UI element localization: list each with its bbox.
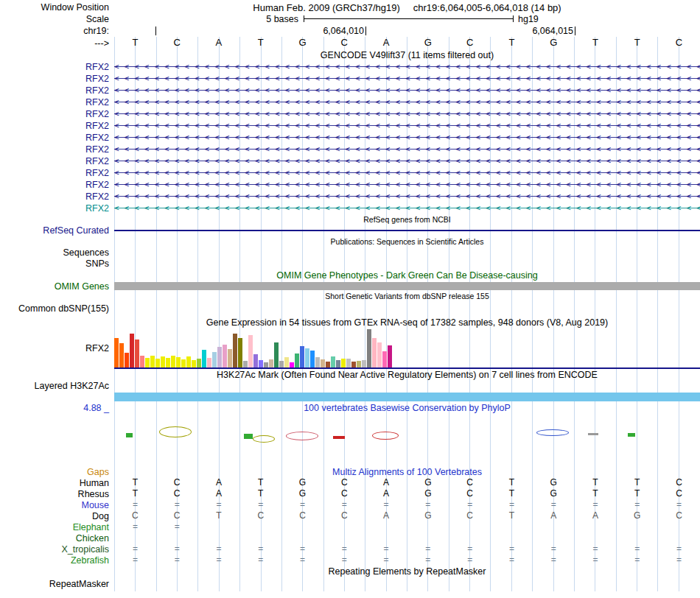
- repeatmasker-track-title[interactable]: Repeating Elements by RepeatMasker: [328, 566, 486, 577]
- gene-model[interactable]: <<<<<<<<<<<<<<<<<<<<<<<<<<<<<<<<<<<<<<<<…: [114, 96, 700, 108]
- sequences-track-label[interactable]: Sequences: [0, 247, 114, 258]
- gtex-tissue-bar: [192, 360, 196, 367]
- gene-model[interactable]: <<<<<<<<<<<<<<<<<<<<<<<<<<<<<<<<<<<<<<<<…: [114, 144, 700, 155]
- gene-model[interactable]: <<<<<<<<<<<<<<<<<<<<<<<<<<<<<<<<<<<<<<<<…: [114, 120, 700, 132]
- h3k27ac-signal-row: [0, 392, 700, 402]
- gene-model[interactable]: <<<<<<<<<<<<<<<<<<<<<<<<<<<<<<<<<<<<<<<<…: [114, 61, 700, 73]
- gtex-chart-row: RFX2: [0, 328, 700, 369]
- gtex-tissue-bar: [171, 356, 175, 367]
- alignment-cell: =: [198, 555, 240, 566]
- gene-label[interactable]: RFX2: [0, 109, 114, 119]
- gene-label[interactable]: RFX2: [0, 144, 114, 155]
- gene-row: RFX2<<<<<<<<<<<<<<<<<<<<<<<<<<<<<<<<<<<<…: [0, 155, 700, 167]
- gene-label[interactable]: RFX2: [0, 168, 114, 178]
- snps-track-label[interactable]: SNPs: [0, 258, 114, 269]
- alignment-cell: [658, 521, 700, 532]
- refseq-curated-label[interactable]: RefSeq Curated: [0, 225, 114, 236]
- assembly-name: hg19: [518, 14, 539, 24]
- alignment-cell: =: [323, 499, 365, 510]
- gtex-expression-chart[interactable]: [114, 328, 700, 369]
- gene-model[interactable]: <<<<<<<<<<<<<<<<<<<<<<<<<<<<<<<<<<<<<<<<…: [114, 203, 700, 214]
- reference-sequence: TCATGCAGCTGTTC: [114, 37, 700, 48]
- h3k27ac-track-label[interactable]: Layered H3K27Ac: [0, 381, 114, 391]
- gene-label[interactable]: RFX2: [0, 156, 114, 166]
- dbsnp-track-title[interactable]: Short Genetic Variants from dbSNP releas…: [325, 292, 489, 300]
- refseq-title-row: RefSeq genes from NCBI: [0, 214, 700, 225]
- gtex-tissue-bar: [114, 338, 119, 367]
- gtex-tissue-bar: [264, 362, 268, 367]
- alignment-cell: =: [239, 499, 281, 510]
- gtex-gene-label[interactable]: RFX2: [0, 343, 114, 353]
- alignment-cell: [533, 521, 575, 532]
- h3k27ac-label-row: Layered H3K27Ac: [0, 380, 700, 392]
- gene-label[interactable]: RFX2: [0, 85, 114, 96]
- gene-label[interactable]: RFX2: [0, 203, 114, 214]
- refseq-track-title[interactable]: RefSeq genes from NCBI: [363, 215, 450, 224]
- phylop-track-title[interactable]: 100 vertebrates Basewise Conservation by…: [304, 403, 511, 413]
- reverse-strand-arrows: <<<<<<<<<<<<<<<<<<<<<<<<<<<<<<<<<<<<<<<<…: [114, 203, 700, 214]
- publications-track-title[interactable]: Publications: Sequences in Scientific Ar…: [331, 237, 484, 246]
- alignment-cell: C: [323, 477, 365, 488]
- gtex-tissue-bar: [125, 353, 129, 367]
- gtex-tissue-bar: [388, 345, 392, 367]
- gene-label[interactable]: RFX2: [0, 121, 114, 131]
- alignment-cell: =: [156, 555, 198, 566]
- gene-label[interactable]: RFX2: [0, 180, 114, 190]
- species-label[interactable]: Mouse: [0, 500, 114, 510]
- gencode-track-title[interactable]: GENCODE V49lift37 (11 items filtered out…: [321, 50, 494, 60]
- omim-genes-bar[interactable]: [114, 282, 700, 290]
- phylop-conservation-plot[interactable]: [114, 413, 700, 450]
- gene-model[interactable]: <<<<<<<<<<<<<<<<<<<<<<<<<<<<<<<<<<<<<<<<…: [114, 191, 700, 203]
- gene-model[interactable]: <<<<<<<<<<<<<<<<<<<<<<<<<<<<<<<<<<<<<<<<…: [114, 108, 700, 120]
- gtex-tissue-bar: [362, 360, 366, 367]
- alignment-cell: T: [114, 488, 156, 499]
- alignment-cell: C: [323, 510, 365, 521]
- multiz-track-title[interactable]: Multiz Alignments of 100 Vertebrates: [332, 467, 482, 477]
- h3k27ac-title-row: H3K27Ac Mark (Often Found Near Active Re…: [0, 369, 700, 380]
- refseq-curated-item[interactable]: [114, 230, 700, 231]
- h3k27ac-signal-bar[interactable]: [114, 393, 700, 401]
- phylop-mark: [159, 426, 192, 437]
- alignment-cell: T: [575, 477, 617, 488]
- gaps-track-label[interactable]: Gaps: [0, 467, 114, 477]
- omim-track-title[interactable]: OMIM Gene Phenotypes - Dark Green Can Be…: [276, 270, 537, 281]
- species-label[interactable]: Chicken: [0, 533, 114, 544]
- gene-label[interactable]: RFX2: [0, 97, 114, 108]
- dbsnp-title-row: Short Genetic Variants from dbSNP releas…: [0, 291, 700, 300]
- alignment-cell: =: [449, 555, 491, 566]
- gene-row: RFX2<<<<<<<<<<<<<<<<<<<<<<<<<<<<<<<<<<<<…: [0, 191, 700, 203]
- species-label[interactable]: X_tropicalis: [0, 544, 114, 555]
- gene-model[interactable]: <<<<<<<<<<<<<<<<<<<<<<<<<<<<<<<<<<<<<<<<…: [114, 132, 700, 144]
- species-label[interactable]: Human: [0, 478, 114, 488]
- sequences-row: Sequences: [0, 247, 700, 258]
- alignment-cell: G: [407, 477, 449, 488]
- omim-genes-label[interactable]: OMIM Genes: [0, 281, 114, 292]
- gtex-tissue-bar: [290, 362, 294, 367]
- gene-model[interactable]: <<<<<<<<<<<<<<<<<<<<<<<<<<<<<<<<<<<<<<<<…: [114, 179, 700, 191]
- alignment-cell: =: [575, 544, 617, 555]
- alignment-cell: =: [658, 499, 700, 510]
- reverse-strand-arrows: <<<<<<<<<<<<<<<<<<<<<<<<<<<<<<<<<<<<<<<<…: [114, 96, 700, 108]
- species-label[interactable]: Dog: [0, 511, 114, 521]
- gtex-tissue-bar: [253, 354, 258, 367]
- gene-label[interactable]: RFX2: [0, 62, 114, 72]
- alignment-cell: G: [616, 510, 658, 521]
- gene-label[interactable]: RFX2: [0, 74, 114, 84]
- gene-model[interactable]: <<<<<<<<<<<<<<<<<<<<<<<<<<<<<<<<<<<<<<<<…: [114, 85, 700, 96]
- alignment-cell: [616, 521, 658, 532]
- species-label[interactable]: Elephant: [0, 522, 114, 532]
- gene-model[interactable]: <<<<<<<<<<<<<<<<<<<<<<<<<<<<<<<<<<<<<<<<…: [114, 73, 700, 85]
- base-letter: C: [323, 37, 365, 48]
- gtex-tissue-bar: [351, 362, 356, 367]
- gene-model[interactable]: <<<<<<<<<<<<<<<<<<<<<<<<<<<<<<<<<<<<<<<<…: [114, 155, 700, 167]
- h3k27ac-track-title[interactable]: H3K27Ac Mark (Often Found Near Active Re…: [217, 370, 598, 380]
- species-label[interactable]: Zebrafish: [0, 555, 114, 566]
- species-label[interactable]: Rhesus: [0, 489, 114, 499]
- gtex-track-title[interactable]: Gene Expression in 54 tissues from GTEx …: [206, 317, 608, 328]
- gene-model[interactable]: <<<<<<<<<<<<<<<<<<<<<<<<<<<<<<<<<<<<<<<<…: [114, 167, 700, 179]
- gene-label[interactable]: RFX2: [0, 133, 114, 143]
- alignment-cell: =: [114, 521, 156, 532]
- repeatmasker-track-label[interactable]: RepeatMasker: [0, 579, 114, 589]
- gene-label[interactable]: RFX2: [0, 191, 114, 202]
- dbsnp-track-label[interactable]: Common dbSNP(155): [0, 303, 114, 314]
